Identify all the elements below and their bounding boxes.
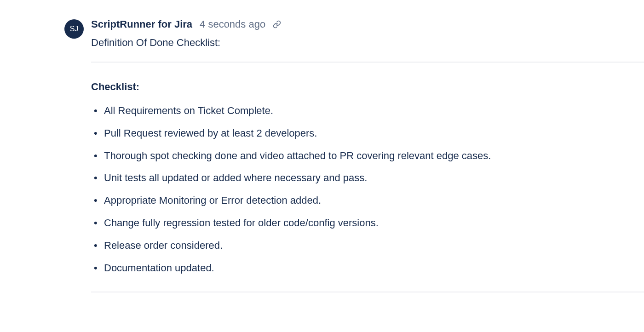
- list-item: All Requirements on Ticket Complete.: [104, 104, 644, 118]
- list-item: Thorough spot checking done and video at…: [104, 149, 644, 163]
- timestamp[interactable]: 4 seconds ago: [200, 18, 265, 30]
- comment-intro: Definition Of Done Checklist:: [91, 37, 644, 49]
- list-item: Change fully regression tested for older…: [104, 216, 644, 230]
- checklist-heading: Checklist:: [91, 81, 644, 93]
- avatar: SJ: [64, 19, 84, 39]
- list-item: Documentation updated.: [104, 261, 644, 275]
- list-item: Release order considered.: [104, 239, 644, 253]
- list-item: Pull Request reviewed by at least 2 deve…: [104, 126, 644, 141]
- comment-body: ScriptRunner for Jira 4 seconds ago Defi…: [91, 18, 644, 292]
- permalink-icon[interactable]: [273, 20, 281, 29]
- avatar-initials: SJ: [70, 25, 79, 33]
- list-item: Unit tests all updated or added where ne…: [104, 171, 644, 185]
- checklist: All Requirements on Ticket Complete. Pul…: [91, 104, 644, 275]
- divider: [91, 62, 644, 63]
- comment-container: SJ ScriptRunner for Jira 4 seconds ago D…: [64, 18, 644, 292]
- author-name: ScriptRunner for Jira: [91, 18, 192, 30]
- comment-header: ScriptRunner for Jira 4 seconds ago: [91, 18, 644, 30]
- divider-bottom: [91, 292, 644, 292]
- list-item: Appropriate Monitoring or Error detectio…: [104, 194, 644, 208]
